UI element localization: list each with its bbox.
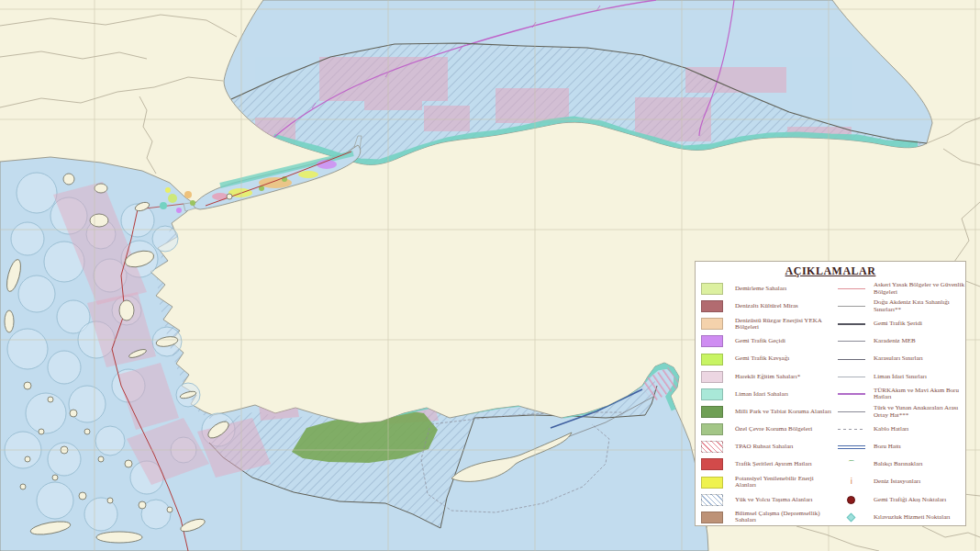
legend-item-label: Kılavuzluk Hizmeti Noktaları	[874, 514, 951, 521]
legend-item-label: Gemi Trafiği Akış Noktaları	[874, 497, 946, 503]
legend-marker-line	[838, 359, 865, 360]
legend-marker-line	[838, 341, 865, 342]
legend-item: Gemi Trafik Şeridi	[834, 315, 965, 332]
legend-item: iDeniz İstasyonları	[834, 474, 965, 491]
legend-item: TPAO Ruhsat Sahaları	[696, 438, 834, 455]
legend-item: Kılavuzluk Hizmeti Noktaları	[834, 509, 965, 526]
legend-item-label: Karadeniz MEB	[874, 338, 916, 344]
legend-swatch-fill	[701, 318, 723, 330]
legend-item-label: Denizaltı Kültürel Miras	[735, 303, 798, 309]
legend-marker-line	[838, 288, 865, 289]
legend-marker-double	[838, 445, 865, 449]
legend-swatch-fill	[701, 512, 723, 523]
legend-swatch-hatch	[701, 441, 723, 453]
legend-swatch-fill	[701, 388, 723, 400]
legend-marker-line	[838, 411, 865, 412]
legend-item: Bilimsel Çalışma (Depremsellik) Sahaları	[696, 509, 834, 526]
legend-item: Boru Hattı	[834, 438, 965, 455]
legend-item-label: Liman İdari Sahaları	[735, 391, 788, 398]
legend-swatch-fill	[701, 371, 723, 383]
legend-marker-dashed	[838, 429, 865, 430]
legend-item: TÜRKAkım ve Mavi Akım Boru Hatları	[834, 386, 965, 403]
legend-item-label: Gemi Trafik Geçidi	[735, 338, 785, 344]
legend-marker-line	[838, 377, 865, 377]
legend-item: Harekât Eğitim Sahaları*	[696, 368, 834, 386]
legend-item: Doğu Akdeniz Kıta Sahanlığı Sınırları**	[834, 298, 965, 315]
legend-item: Denizüstü Rüzgar Enerjisi YEKA Bölgeleri	[696, 315, 834, 332]
legend-item-label: Deniz İstasyonları	[874, 478, 920, 485]
legend-marker-symbol: i	[838, 478, 865, 486]
legend-item: Yük ve Yolcu Taşıma Alanları	[696, 491, 834, 509]
legend-item: Karasuları Sınırları	[834, 351, 965, 368]
legend-item-label: Gemi Trafik Şeridi	[874, 320, 922, 327]
legend-item: Denizaltı Kültürel Miras	[696, 298, 834, 315]
legend-item: Trafik Şeritleri Ayırım Hatları	[696, 455, 834, 473]
legend-swatch-fill	[701, 458, 723, 470]
legend-item: Gemi Trafiği Akış Noktaları	[834, 491, 965, 509]
legend-marker-dot	[838, 496, 865, 504]
legend-item-label: Gemi Trafik Kavşağı	[735, 355, 789, 362]
legend-swatch-fill	[701, 335, 723, 347]
legend-item-label: Karasuları Sınırları	[874, 355, 923, 362]
legend-marker-symbol: ⌒	[838, 461, 865, 468]
legend-swatch-fill	[701, 354, 723, 365]
legend-item: Liman İdari Sahaları	[696, 386, 834, 403]
legend-swatch-fill	[701, 283, 723, 295]
legend-columns: Demirleme SahalarıDenizaltı Kültürel Mir…	[696, 280, 965, 526]
legend-item: Demirleme Sahaları	[696, 280, 834, 298]
legend-right-column: Askeri Yasak Bölgeler ve Güvenlik Bölgel…	[834, 280, 965, 526]
legend-item-label: Özel Çevre Koruma Bölgeleri	[735, 426, 812, 433]
legend-item: ⌒Balıkçı Barınakları	[834, 455, 965, 473]
legend-item: Kablo Hatları	[834, 421, 965, 438]
legend-title: AÇIKLAMALAR	[696, 264, 965, 278]
legend-item: Milli Park ve Tabiat Koruma Alanları	[696, 403, 834, 421]
legend-item: Özel Çevre Koruma Bölgeleri	[696, 421, 834, 438]
legend-marker-line	[838, 393, 865, 395]
legend-item-label: Denizüstü Rüzgar Enerjisi YEKA Bölgeleri	[735, 318, 834, 332]
legend-marker-line	[838, 323, 865, 325]
legend-item-label: Türk ve Yunan Anakaraları Arası Ortay Ha…	[874, 405, 965, 419]
legend-marker-diamond	[838, 514, 865, 521]
legend-swatch-fill	[701, 423, 723, 435]
legend-swatch-fill	[701, 300, 723, 312]
legend-item: Gemi Trafik Geçidi	[696, 332, 834, 350]
legend-item: Karadeniz MEB	[834, 332, 965, 350]
legend-swatch-fill	[701, 406, 723, 418]
legend-item-label: Yük ve Yolcu Taşıma Alanları	[735, 497, 812, 503]
legend-item-label: Harekât Eğitim Sahaları*	[735, 374, 800, 380]
legend-item-label: Potansiyel Yenilenebilir Enerji Alanları	[735, 476, 834, 489]
legend-item-label: Liman İdari Sınırları	[874, 374, 927, 380]
legend-item-label: Bilimsel Çalışma (Depremsellik) Sahaları	[735, 511, 834, 524]
legend-item: Türk ve Yunan Anakaraları Arası Ortay Ha…	[834, 403, 965, 421]
legend-marker-line	[838, 306, 865, 307]
legend-item-label: Kablo Hatları	[874, 426, 908, 433]
legend-item-label: Balıkçı Barınakları	[874, 461, 922, 467]
legend-item-label: Askeri Yasak Bölgeler ve Güvenlik Bölgel…	[874, 282, 965, 296]
legend-item-label: TPAO Ruhsat Sahaları	[735, 444, 794, 450]
legend-item: Liman İdari Sınırları	[834, 368, 965, 386]
legend-item: Gemi Trafik Kavşağı	[696, 351, 834, 368]
legend-item: Askeri Yasak Bölgeler ve Güvenlik Bölgel…	[834, 280, 965, 298]
legend-item-label: Milli Park ve Tabiat Koruma Alanları	[735, 409, 831, 415]
legend-swatch-fill	[701, 477, 723, 489]
legend-item-label: Doğu Akdeniz Kıta Sahanlığı Sınırları**	[874, 299, 965, 313]
legend-item-label: TÜRKAkım ve Mavi Akım Boru Hatları	[874, 388, 965, 401]
legend-left-column: Demirleme SahalarıDenizaltı Kültürel Mir…	[696, 280, 834, 526]
legend-item-label: Trafik Şeritleri Ayırım Hatları	[735, 461, 812, 467]
legend-item-label: Demirleme Sahaları	[735, 286, 786, 292]
legend-item: Potansiyel Yenilenebilir Enerji Alanları	[696, 474, 834, 491]
map-page: AÇIKLAMALAR Demirleme SahalarıDenizaltı …	[0, 0, 980, 551]
legend-item-label: Boru Hattı	[874, 444, 901, 450]
legend-swatch-hatch	[701, 494, 723, 506]
legend-panel: AÇIKLAMALAR Demirleme SahalarıDenizaltı …	[695, 261, 966, 526]
